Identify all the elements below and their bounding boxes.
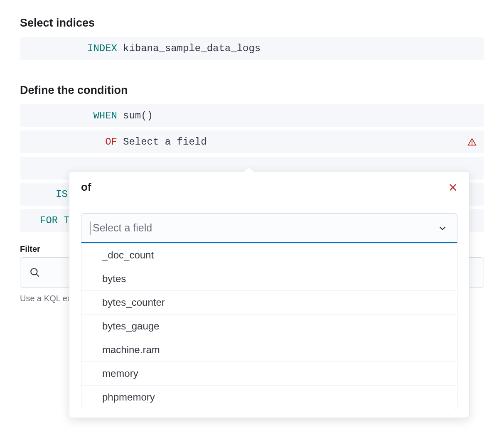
field-option[interactable]: _doc_count <box>81 243 457 267</box>
index-row[interactable]: INDEX kibana_sample_data_logs <box>20 37 484 60</box>
field-option[interactable]: bytes_gauge <box>81 315 457 320</box>
of-value: Select a field <box>123 136 207 147</box>
search-icon <box>30 267 40 278</box>
blank-placeholder <box>27 162 38 174</box>
popover-body: Select a field _doc_count bytes bytes_co… <box>69 203 469 320</box>
popover-header: of <box>69 172 469 203</box>
svg-line-3 <box>36 274 39 277</box>
svg-point-2 <box>31 268 37 275</box>
index-value: kibana_sample_data_logs <box>123 43 261 54</box>
warning-icon <box>467 138 477 147</box>
text-cursor <box>91 221 91 235</box>
popover-title: of <box>81 181 91 194</box>
section-title-condition: Define the condition <box>20 84 484 97</box>
chevron-down-icon <box>438 224 447 233</box>
section-title-indices: Select indices <box>20 17 484 29</box>
field-option[interactable]: bytes <box>81 267 457 291</box>
keyword-index: INDEX <box>27 43 123 54</box>
close-icon[interactable] <box>448 183 457 192</box>
svg-point-1 <box>472 144 472 144</box>
field-select-input[interactable]: Select a field <box>81 213 457 243</box>
keyword-of: OF <box>27 136 123 147</box>
when-row[interactable]: WHEN sum() <box>20 104 484 127</box>
keyword-when: WHEN <box>27 110 123 121</box>
field-select-placeholder: Select a field <box>93 222 152 234</box>
keyword-is: IS <box>27 189 74 200</box>
when-value: sum() <box>123 110 153 121</box>
field-options-list[interactable]: _doc_count bytes bytes_counter bytes_gau… <box>81 243 457 320</box>
field-option[interactable]: bytes_counter <box>81 291 457 315</box>
field-popover: of Select a field _doc_count bytes bytes… <box>69 171 470 320</box>
of-row[interactable]: OF Select a field <box>20 130 484 153</box>
